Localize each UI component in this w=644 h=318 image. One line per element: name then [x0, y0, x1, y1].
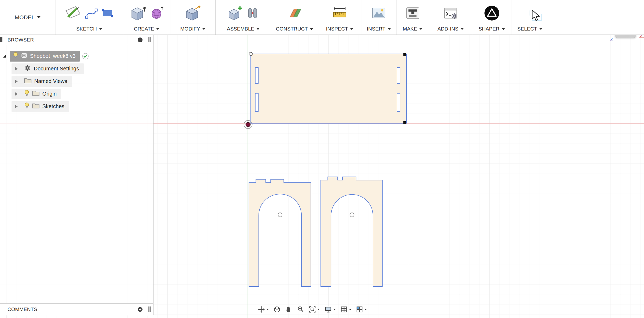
shaper-menu-label: SHAPER: [478, 26, 499, 32]
assemble-menu-label: ASSEMBLE: [227, 26, 254, 32]
visibility-bulb-icon[interactable]: [24, 90, 29, 98]
sketch-vertex-handle[interactable]: [403, 121, 406, 124]
select-menu-label: SELECT: [517, 26, 537, 32]
construct-menu[interactable]: CONSTRUCT: [276, 26, 313, 32]
tree-item-label: Sketches: [42, 103, 64, 109]
create-menu[interactable]: CREATE: [134, 26, 160, 32]
folder-icon: [24, 78, 32, 85]
primitive-box-icon[interactable]: [129, 5, 147, 22]
panel-grip-handle[interactable]: [148, 306, 151, 312]
sketch-menu[interactable]: SKETCH: [76, 26, 102, 32]
inspect-menu[interactable]: INSPECT: [326, 26, 353, 32]
rectangle-icon[interactable]: [100, 6, 115, 20]
toolbar-group-modify: MODIFY: [170, 0, 216, 35]
display-settings-button[interactable]: [324, 305, 336, 313]
folder-icon: [32, 90, 40, 97]
new-component-icon[interactable]: [226, 5, 243, 21]
visibility-bulb-icon[interactable]: [13, 52, 18, 60]
collapse-panel-icon[interactable]: [137, 37, 143, 44]
dropdown-caret-icon: [388, 28, 391, 30]
expand-arrow-icon[interactable]: [3, 55, 6, 58]
dropdown-caret-icon: [419, 28, 422, 30]
slot-cutout[interactable]: [397, 93, 400, 111]
dropdown-caret-icon[interactable]: [266, 309, 269, 310]
grid-icon: [340, 306, 348, 313]
tree-row-document-settings[interactable]: Document Settings: [0, 62, 153, 75]
dropdown-caret-icon[interactable]: [317, 309, 320, 310]
zoom-button[interactable]: [297, 306, 304, 313]
addins-menu[interactable]: ADD-INS: [437, 26, 464, 32]
browser-title: BROWSER: [8, 37, 34, 43]
select-menu[interactable]: SELECT: [517, 26, 542, 32]
grid-settings-button[interactable]: [340, 306, 351, 313]
fit-button[interactable]: [309, 306, 320, 313]
insert-canvas-icon[interactable]: [371, 5, 387, 21]
create-sketch-icon[interactable]: [63, 4, 82, 22]
make-menu-label: MAKE: [403, 26, 417, 32]
joint-icon[interactable]: [245, 6, 260, 21]
modify-menu[interactable]: MODIFY: [180, 26, 205, 32]
comments-panel[interactable]: COMMENTS: [0, 303, 153, 315]
browser-header: BROWSER: [0, 35, 153, 45]
toolbar-group-shaper: SHAPER: [472, 0, 511, 35]
toolbar-group-sketch: SKETCH: [55, 0, 123, 35]
look-at-button[interactable]: [273, 306, 281, 313]
toolbar-group-assemble: ASSEMBLE: [216, 0, 271, 35]
sketch-profile-top-panel[interactable]: [251, 54, 406, 123]
dropdown-caret-icon: [37, 16, 40, 18]
component-icon: [21, 52, 27, 60]
orbit-icon: [257, 305, 265, 313]
spline-icon[interactable]: [84, 6, 98, 20]
look-at-icon: [273, 306, 281, 313]
make-menu[interactable]: MAKE: [403, 26, 423, 32]
slot-cutout[interactable]: [255, 67, 258, 84]
z-axis-label: Z: [610, 37, 613, 42]
shaper-icon[interactable]: [483, 5, 500, 22]
scripts-addins-icon[interactable]: [443, 5, 459, 21]
pan-button[interactable]: [285, 306, 293, 313]
expand-arrow-icon[interactable]: [15, 67, 18, 70]
panel-grip-handle[interactable]: [148, 37, 151, 42]
panel-collapse-tab[interactable]: [0, 37, 2, 42]
toolbar-group-create: CREATE: [123, 0, 170, 35]
mouse-cursor: [531, 10, 540, 22]
dropdown-caret-icon[interactable]: [349, 309, 351, 310]
tree-row-root[interactable]: Shopbot_week8 v3: [0, 50, 153, 62]
tree-item-label: Document Settings: [34, 66, 79, 72]
fusion360-window: MODEL: [0, 0, 644, 318]
3d-print-icon[interactable]: [405, 5, 421, 21]
select-tool-icon[interactable]: [530, 11, 530, 16]
expand-arrow-icon[interactable]: [15, 105, 18, 108]
modify-menu-label: MODIFY: [180, 26, 200, 32]
slot-cutout[interactable]: [397, 67, 400, 84]
browser-tree: Shopbot_week8 v3 Document Settings: [0, 45, 153, 113]
sketch-vertex-handle[interactable]: [403, 53, 406, 56]
add-comment-icon[interactable]: [137, 306, 143, 313]
press-pull-icon[interactable]: [184, 4, 202, 22]
shaper-menu[interactable]: SHAPER: [478, 26, 505, 32]
assemble-menu[interactable]: ASSEMBLE: [227, 26, 260, 32]
insert-menu[interactable]: INSERT: [367, 26, 391, 32]
tree-row-origin[interactable]: Origin: [0, 88, 153, 100]
folder-icon: [32, 103, 40, 110]
measure-icon[interactable]: [331, 5, 348, 22]
orbit-button[interactable]: [257, 305, 269, 313]
navigation-bar: [257, 304, 367, 315]
create-form-icon[interactable]: [149, 5, 164, 21]
visibility-bulb-icon[interactable]: [24, 102, 29, 111]
construction-plane-icon[interactable]: [286, 5, 303, 22]
workspace-switcher[interactable]: MODEL: [0, 0, 55, 35]
pan-hand-icon: [285, 306, 293, 313]
dropdown-caret-icon[interactable]: [333, 309, 336, 310]
tree-row-sketches[interactable]: Sketches: [0, 100, 153, 113]
tree-row-named-views[interactable]: Named Views: [0, 75, 153, 88]
main-toolbar: MODEL: [0, 0, 644, 35]
dropdown-caret-icon: [460, 28, 464, 30]
viewports-button[interactable]: [356, 306, 367, 313]
slot-cutout[interactable]: [255, 93, 258, 111]
insert-menu-label: INSERT: [367, 26, 385, 32]
expand-arrow-icon[interactable]: [15, 92, 18, 96]
dropdown-caret-icon[interactable]: [364, 309, 367, 310]
sketch-vertex-circle[interactable]: [249, 52, 252, 55]
expand-arrow-icon[interactable]: [15, 80, 18, 83]
